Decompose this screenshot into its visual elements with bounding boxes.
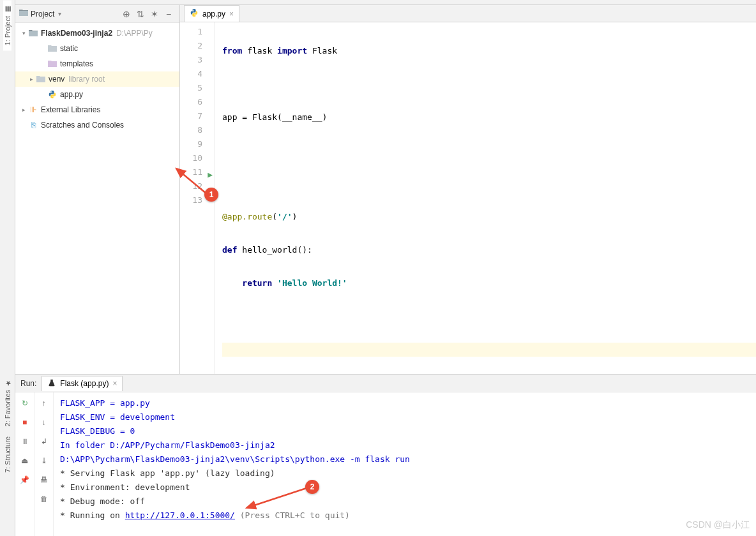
left-bottom-tool-strip: 2: Favorites ★ 7: Structure: [0, 374, 15, 536]
tree-root-path: D:\APP\Py: [116, 29, 153, 38]
python-file-icon: [190, 8, 199, 19]
stop-button[interactable]: ■: [18, 415, 32, 429]
line-number[interactable]: 6: [180, 95, 214, 109]
project-title: Project: [31, 10, 54, 19]
soft-wrap-button[interactable]: ↲: [37, 435, 51, 449]
run-header: Run: Flask (app.py) ×: [15, 375, 756, 392]
tree-item-static[interactable]: static: [15, 41, 179, 56]
run-body: ↻ ■ ⏸ ⏏ 📌 ↑ ↓ ↲ ⤓ 🖶 🗑 FLASK_APP = app.py…: [15, 392, 756, 536]
exit-button[interactable]: ⏏: [18, 454, 32, 468]
console-output[interactable]: FLASK_APP = app.py FLASK_ENV = developme…: [54, 392, 756, 536]
folder-icon: [19, 9, 28, 19]
close-tab-icon[interactable]: ×: [229, 10, 234, 19]
watermark: CSDN @白小江: [686, 519, 750, 531]
console-line: FLASK_DEBUG = 0: [60, 424, 750, 438]
tree-item-scratches[interactable]: ⎘ Scratches and Consoles: [15, 117, 179, 133]
console-line: In folder D:/APP/Pycharm/FlaskDemo03-jin…: [60, 438, 750, 452]
console-line: FLASK_APP = app.py: [60, 396, 750, 410]
folder-icon: [36, 74, 46, 84]
chevron-down-icon: ▾: [58, 10, 61, 17]
project-tree: ▾ FlaskDemo03-jinja2 D:\APP\Py static te…: [15, 23, 179, 374]
close-run-tab-icon[interactable]: ×: [112, 379, 117, 388]
tree-item-app-py[interactable]: app.py: [15, 87, 179, 102]
down-button[interactable]: ↓: [37, 415, 51, 429]
editor-tab-app-py[interactable]: app.py ×: [184, 5, 239, 22]
console-line: * Debug mode: off: [60, 495, 750, 509]
pause-button[interactable]: ⏸: [18, 435, 32, 449]
line-number[interactable]: 10: [180, 151, 214, 165]
svg-point-0: [51, 91, 52, 92]
console-line: * Running on http://127.0.0.1:5000/ (Pre…: [60, 509, 750, 523]
console-line: * Serving Flask app 'app.py' (lazy loadi…: [60, 466, 750, 480]
run-toolbar-secondary: ↑ ↓ ↲ ⤓ 🖶 🗑: [34, 392, 54, 536]
console-line: FLASK_ENV = development: [60, 410, 750, 424]
line-number[interactable]: 1: [180, 25, 214, 39]
clear-button[interactable]: 🗑: [37, 492, 51, 506]
left-tool-strip: 1: Project ▦: [0, 0, 15, 374]
project-panel: Project ▾ ⊕ ⇅ ✶ − ▾ FlaskDemo03-jinja2 D…: [15, 5, 180, 374]
tree-item-external-libs[interactable]: ▸ ⊪ External Libraries: [15, 102, 179, 117]
expand-icon[interactable]: ⇅: [133, 7, 147, 21]
structure-tool-tab[interactable]: 7: Structure: [4, 431, 11, 478]
scroll-button[interactable]: ⤓: [37, 454, 51, 468]
python-file-icon: [47, 89, 57, 100]
up-button[interactable]: ↑: [37, 396, 51, 410]
run-title: Run:: [20, 379, 36, 388]
star-icon: ★: [3, 379, 11, 387]
tree-item-templates[interactable]: templates: [15, 56, 179, 71]
console-line: * Environment: development: [60, 480, 750, 495]
top-bar: [15, 0, 756, 5]
annotation-badge-1: 1: [204, 188, 218, 202]
pin-button[interactable]: 📌: [18, 473, 32, 487]
expander-icon[interactable]: ▾: [19, 30, 28, 36]
project-tab-icon: ▦: [3, 5, 11, 13]
line-number[interactable]: 4: [180, 67, 214, 81]
tree-root-name: FlaskDemo03-jinja2: [41, 29, 112, 38]
locate-icon[interactable]: ⊕: [119, 7, 133, 21]
run-tab-label: Flask (app.py): [60, 379, 109, 388]
folder-icon: [28, 28, 38, 38]
svg-point-3: [195, 15, 195, 16]
project-tool-tab[interactable]: 1: Project ▦: [3, 0, 11, 50]
run-panel: Run: Flask (app.py) × ↻ ■ ⏸ ⏏ 📌 ↑ ↓ ↲ ⤓ …: [15, 374, 756, 536]
console-line: D:\APP\Pycharm\FlaskDemo03-jinja2\venv\S…: [60, 452, 750, 466]
project-tab-label: 1: Project: [4, 16, 11, 45]
favorites-tool-tab[interactable]: 2: Favorites ★: [3, 374, 11, 431]
project-dropdown[interactable]: Project ▾: [19, 9, 61, 19]
expander-icon[interactable]: ▸: [19, 107, 28, 113]
folder-icon: [47, 59, 57, 69]
hide-icon[interactable]: −: [162, 7, 176, 21]
svg-point-1: [53, 97, 54, 98]
editor-tabs: app.py ×: [180, 5, 756, 22]
expander-icon[interactable]: ▸: [27, 76, 36, 82]
tree-item-venv[interactable]: ▸ venv library root: [15, 71, 179, 87]
print-button[interactable]: 🖶: [37, 473, 51, 487]
project-header: Project ▾ ⊕ ⇅ ✶ −: [15, 5, 179, 23]
line-number[interactable]: 5: [180, 81, 214, 95]
line-number[interactable]: 2: [180, 39, 214, 53]
editor-tab-label: app.py: [202, 10, 225, 19]
folder-icon: [47, 43, 57, 54]
server-url-link[interactable]: http://127.0.0.1:5000/: [125, 510, 235, 520]
line-number[interactable]: 3: [180, 53, 214, 67]
run-toolbar-primary: ↻ ■ ⏸ ⏏ 📌: [15, 392, 34, 536]
rerun-button[interactable]: ↻: [18, 396, 32, 410]
line-number[interactable]: 9: [180, 137, 214, 151]
annotation-badge-2: 2: [305, 480, 319, 494]
tree-root[interactable]: ▾ FlaskDemo03-jinja2 D:\APP\Py: [15, 26, 179, 41]
scratches-icon: ⎘: [28, 120, 38, 130]
run-tab[interactable]: Flask (app.py) ×: [42, 376, 123, 391]
library-icon: ⊪: [28, 105, 38, 115]
editor-area: app.py × 1 2 3 4 5 6 7 8 9 10 11▶ 12 13 …: [180, 5, 756, 374]
settings-icon[interactable]: ✶: [147, 7, 162, 21]
line-number[interactable]: 7: [180, 109, 214, 123]
line-number[interactable]: 11▶: [180, 165, 214, 179]
flask-icon: [47, 378, 56, 389]
svg-point-2: [193, 10, 193, 10]
line-number[interactable]: 8: [180, 123, 214, 137]
